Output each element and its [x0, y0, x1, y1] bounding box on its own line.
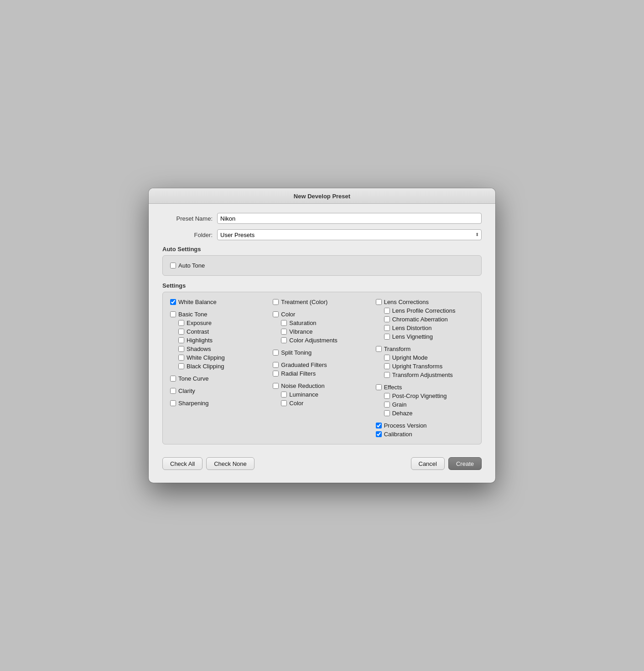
effects-label[interactable]: Effects [384, 384, 402, 391]
luminance-item[interactable]: Luminance [273, 390, 371, 399]
tone-curve-item[interactable]: Tone Curve [170, 374, 268, 383]
tone-curve-label[interactable]: Tone Curve [178, 375, 208, 382]
lens-vignetting-item[interactable]: Lens Vignetting [376, 332, 474, 341]
grain-label[interactable]: Grain [392, 401, 407, 408]
color-noise-item[interactable]: Color [273, 399, 371, 408]
white-balance-label[interactable]: White Balance [178, 299, 217, 305]
vibrance-item[interactable]: Vibrance [273, 327, 371, 336]
lens-corrections-label[interactable]: Lens Corrections [384, 299, 429, 305]
white-clipping-item[interactable]: White Clipping [170, 353, 268, 362]
post-crop-vignetting-label[interactable]: Post-Crop Vignetting [392, 392, 447, 399]
basic-tone-checkbox[interactable] [170, 311, 176, 317]
auto-tone-label[interactable]: Auto Tone [178, 262, 205, 269]
contrast-label[interactable]: Contrast [187, 328, 209, 335]
color-item[interactable]: Color [273, 310, 371, 319]
treatment-color-label[interactable]: Treatment (Color) [281, 299, 327, 305]
saturation-label[interactable]: Saturation [289, 320, 316, 326]
sharpening-checkbox[interactable] [170, 400, 176, 406]
split-toning-label[interactable]: Split Toning [281, 349, 312, 356]
calibration-item[interactable]: Calibration [376, 430, 474, 439]
lens-corrections-item[interactable]: Lens Corrections [376, 298, 474, 306]
chromatic-aberration-checkbox[interactable] [384, 316, 390, 322]
process-version-checkbox[interactable] [376, 423, 382, 428]
luminance-label[interactable]: Luminance [289, 391, 318, 398]
treatment-color-checkbox[interactable] [273, 299, 279, 305]
white-balance-checkbox[interactable] [170, 299, 176, 305]
color-noise-checkbox[interactable] [281, 400, 287, 406]
noise-reduction-label[interactable]: Noise Reduction [281, 382, 324, 389]
black-clipping-label[interactable]: Black Clipping [187, 363, 224, 370]
sharpening-label[interactable]: Sharpening [178, 400, 209, 407]
graduated-filters-checkbox[interactable] [273, 362, 279, 368]
split-toning-item[interactable]: Split Toning [273, 348, 371, 357]
color-adjustments-checkbox[interactable] [281, 337, 287, 343]
highlights-item[interactable]: Highlights [170, 336, 268, 345]
split-toning-checkbox[interactable] [273, 350, 279, 356]
vibrance-checkbox[interactable] [281, 329, 287, 335]
lens-vignetting-checkbox[interactable] [384, 334, 390, 340]
auto-tone-checkbox[interactable] [170, 263, 176, 268]
dehaze-checkbox[interactable] [384, 410, 390, 416]
lens-corrections-checkbox[interactable] [376, 299, 382, 305]
chromatic-aberration-label[interactable]: Chromatic Aberration [392, 316, 448, 323]
lens-profile-corrections-checkbox[interactable] [384, 308, 390, 314]
check-all-button[interactable]: Check All [162, 457, 203, 470]
process-version-item[interactable]: Process Version [376, 421, 474, 430]
preset-name-input[interactable] [217, 213, 482, 224]
check-none-button[interactable]: Check None [206, 457, 254, 470]
folder-select[interactable]: User Presets Default Settings [217, 229, 482, 240]
grain-item[interactable]: Grain [376, 400, 474, 409]
dehaze-label[interactable]: Dehaze [392, 410, 413, 417]
sharpening-item[interactable]: Sharpening [170, 399, 268, 408]
post-crop-vignetting-checkbox[interactable] [384, 393, 390, 399]
shadows-label[interactable]: Shadows [187, 346, 211, 352]
contrast-item[interactable]: Contrast [170, 327, 268, 336]
contrast-checkbox[interactable] [178, 329, 184, 335]
white-clipping-checkbox[interactable] [178, 355, 184, 361]
basic-tone-item[interactable]: Basic Tone [170, 310, 268, 319]
treatment-color-item[interactable]: Treatment (Color) [273, 298, 371, 306]
radial-filters-item[interactable]: Radial Filters [273, 369, 371, 378]
transform-adjustments-label[interactable]: Transform Adjustments [392, 372, 453, 378]
upright-transforms-item[interactable]: Upright Transforms [376, 362, 474, 371]
calibration-label[interactable]: Calibration [384, 431, 412, 438]
effects-checkbox[interactable] [376, 384, 382, 390]
chromatic-aberration-item[interactable]: Chromatic Aberration [376, 315, 474, 324]
color-adjustments-item[interactable]: Color Adjustments [273, 336, 371, 345]
transform-item[interactable]: Transform [376, 345, 474, 353]
post-crop-vignetting-item[interactable]: Post-Crop Vignetting [376, 392, 474, 400]
exposure-label[interactable]: Exposure [187, 320, 212, 326]
basic-tone-label[interactable]: Basic Tone [178, 311, 207, 318]
radial-filters-label[interactable]: Radial Filters [281, 370, 316, 377]
transform-label[interactable]: Transform [384, 346, 411, 352]
clarity-item[interactable]: Clarity [170, 387, 268, 395]
clarity-label[interactable]: Clarity [178, 387, 195, 394]
dehaze-item[interactable]: Dehaze [376, 409, 474, 418]
luminance-checkbox[interactable] [281, 392, 287, 397]
upright-transforms-label[interactable]: Upright Transforms [392, 363, 443, 370]
color-adjustments-label[interactable]: Color Adjustments [289, 337, 338, 344]
lens-distortion-item[interactable]: Lens Distortion [376, 324, 474, 332]
lens-distortion-checkbox[interactable] [384, 325, 390, 331]
saturation-checkbox[interactable] [281, 320, 287, 326]
black-clipping-checkbox[interactable] [178, 363, 184, 369]
upright-mode-label[interactable]: Upright Mode [392, 354, 428, 361]
effects-item[interactable]: Effects [376, 383, 474, 392]
highlights-checkbox[interactable] [178, 337, 184, 343]
vibrance-label[interactable]: Vibrance [289, 328, 312, 335]
upright-mode-checkbox[interactable] [384, 355, 390, 361]
saturation-item[interactable]: Saturation [273, 319, 371, 327]
highlights-label[interactable]: Highlights [187, 337, 213, 344]
lens-distortion-label[interactable]: Lens Distortion [392, 325, 432, 331]
color-label[interactable]: Color [281, 311, 295, 318]
clarity-checkbox[interactable] [170, 388, 176, 394]
transform-checkbox[interactable] [376, 346, 382, 352]
lens-vignetting-label[interactable]: Lens Vignetting [392, 333, 433, 340]
process-version-label[interactable]: Process Version [384, 422, 427, 429]
transform-adjustments-item[interactable]: Transform Adjustments [376, 371, 474, 379]
black-clipping-item[interactable]: Black Clipping [170, 362, 268, 371]
radial-filters-checkbox[interactable] [273, 371, 279, 377]
lens-profile-corrections-label[interactable]: Lens Profile Corrections [392, 307, 456, 314]
calibration-checkbox[interactable] [376, 431, 382, 437]
create-button[interactable]: Create [448, 457, 482, 470]
